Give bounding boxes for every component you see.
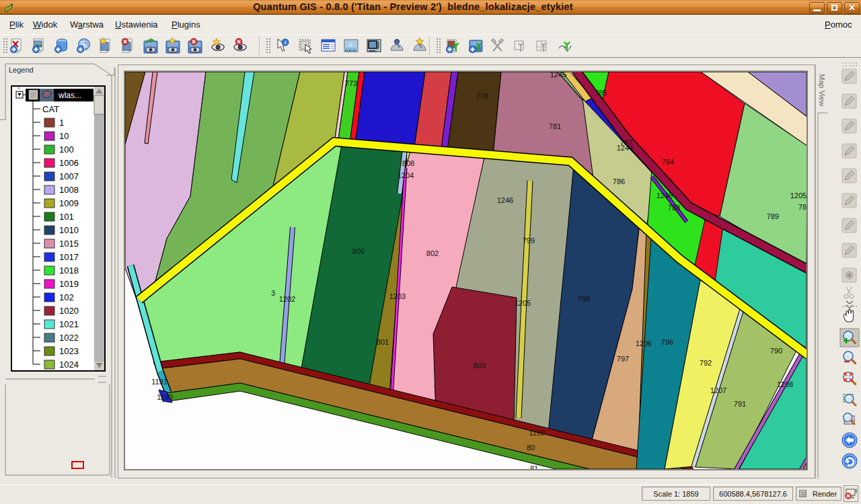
svg-text:1007: 1007 <box>59 171 79 181</box>
svg-text:1246: 1246 <box>497 196 513 204</box>
svg-text:1245: 1245 <box>550 72 566 79</box>
svg-text:788: 788 <box>668 204 680 212</box>
svg-text:1015: 1015 <box>59 239 79 249</box>
svg-text:1022: 1022 <box>59 333 79 343</box>
svg-text:798: 798 <box>578 295 590 303</box>
svg-text:801: 801 <box>377 338 389 346</box>
svg-text:1018: 1018 <box>59 265 79 276</box>
svg-text:3: 3 <box>271 289 275 297</box>
svg-text:791: 791 <box>734 400 746 408</box>
svg-text:1204: 1204 <box>398 171 414 179</box>
svg-text:1205: 1205 <box>515 299 531 307</box>
svg-text:1245: 1245 <box>657 192 673 200</box>
svg-text:1208: 1208 <box>777 380 793 388</box>
svg-text:786: 786 <box>613 177 625 185</box>
svg-text:785: 785 <box>595 89 607 97</box>
svg-text:1206: 1206 <box>636 339 652 347</box>
svg-text:800: 800 <box>352 247 365 255</box>
svg-text:802: 802 <box>426 249 439 257</box>
svg-text:1008: 1008 <box>59 185 79 195</box>
svg-text:102: 102 <box>59 292 74 302</box>
svg-text:1020: 1020 <box>59 306 79 316</box>
svg-text:792: 792 <box>700 359 712 367</box>
svg-text:1006: 1006 <box>59 158 79 168</box>
svg-text:1207: 1207 <box>710 386 726 394</box>
svg-text:100: 100 <box>59 144 74 155</box>
svg-text:80: 80 <box>527 444 535 452</box>
svg-text:10: 10 <box>59 131 69 141</box>
svg-text:796: 796 <box>661 338 673 346</box>
svg-text:CAT: CAT <box>42 104 59 114</box>
svg-text:101: 101 <box>59 212 74 222</box>
svg-text:1192: 1192 <box>529 429 545 437</box>
svg-text:1019: 1019 <box>59 279 79 289</box>
svg-text:799: 799 <box>523 237 535 245</box>
svg-text:1205: 1205 <box>790 192 807 200</box>
svg-text:1190: 1190 <box>157 393 173 401</box>
svg-text:1017: 1017 <box>59 252 79 262</box>
svg-text:1202: 1202 <box>279 295 295 303</box>
svg-text:1191: 1191 <box>151 378 167 386</box>
svg-text:797: 797 <box>617 355 629 363</box>
svg-text:803: 803 <box>474 362 486 370</box>
svg-text:81: 81 <box>530 464 538 469</box>
svg-text:790: 790 <box>770 347 782 355</box>
svg-text:783: 783 <box>798 203 807 211</box>
svg-text:784: 784 <box>662 158 674 166</box>
svg-text:781: 781 <box>549 122 561 130</box>
svg-text:1244: 1244 <box>617 144 633 152</box>
svg-text:1009: 1009 <box>59 198 79 208</box>
svg-text:1203: 1203 <box>389 292 406 300</box>
svg-text:1010: 1010 <box>59 225 79 235</box>
svg-text:1024: 1024 <box>59 360 79 370</box>
svg-text:wlas...: wlas... <box>58 91 81 100</box>
svg-text:773: 773 <box>345 79 357 87</box>
svg-text:789: 789 <box>767 212 779 220</box>
svg-text:808: 808 <box>402 159 414 167</box>
svg-text:1: 1 <box>59 118 64 128</box>
svg-text:1021: 1021 <box>59 319 79 329</box>
svg-text:778: 778 <box>476 92 488 100</box>
svg-text:1023: 1023 <box>59 346 79 356</box>
